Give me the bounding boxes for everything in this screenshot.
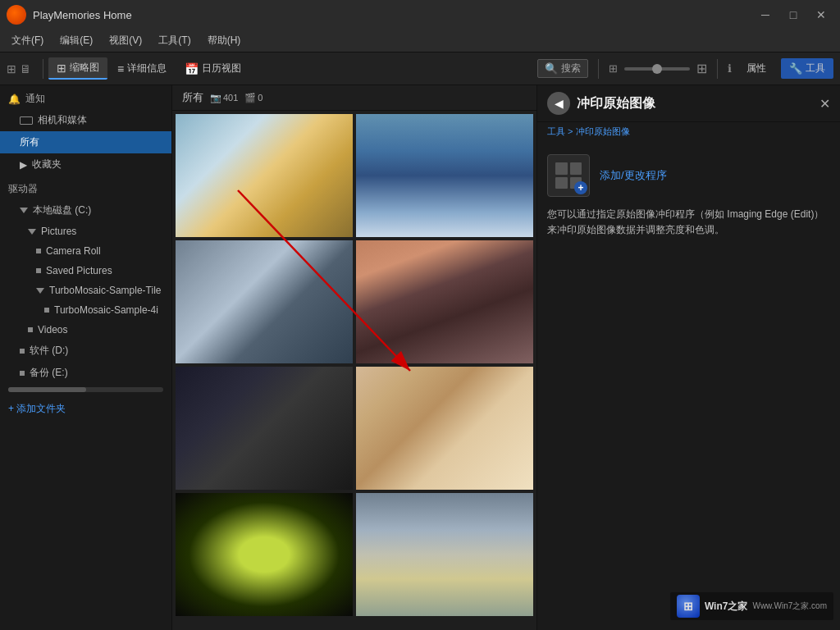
sidebar-item-camera-roll[interactable]: Camera Roll xyxy=(0,241,171,261)
plugin-sq-2 xyxy=(570,162,582,175)
watermark-logo-icon: ⊞ xyxy=(677,595,700,618)
watermark-url: Www.Win7之家.com xyxy=(752,600,827,612)
content-header: 所有 📷 401 🎬 0 xyxy=(172,85,536,111)
calendar-view-button[interactable]: 📅 日历视图 xyxy=(176,58,249,79)
sidebar-item-turbomosaic-folder[interactable]: TurboMosaic-Sample-Tile xyxy=(0,281,171,300)
back-icon: ◀ xyxy=(555,97,564,110)
camera-media-icon xyxy=(20,116,33,125)
thumbnail-view-button[interactable]: ⊞ 缩略图 xyxy=(48,57,107,80)
watermark: ⊞ Win7之家 Www.Win7之家.com xyxy=(670,592,833,620)
breadcrumb-current: 冲印原始图像 xyxy=(576,126,630,136)
toolbar-divider-3 xyxy=(717,59,718,79)
expand-c-icon xyxy=(20,208,28,213)
toolbar-divider-1 xyxy=(43,59,43,79)
photo-cell-4[interactable] xyxy=(356,240,533,363)
saved-pictures-label: Saved Pictures xyxy=(46,265,112,276)
sidebar-item-pictures[interactable]: Pictures xyxy=(0,221,171,241)
close-button[interactable]: ✕ xyxy=(809,3,833,26)
notification-label: 通知 xyxy=(25,92,45,106)
video-count-value: 0 xyxy=(258,93,262,103)
menu-view[interactable]: 视图(V) xyxy=(101,30,150,51)
add-change-program-label[interactable]: 添加/更改程序 xyxy=(600,168,667,183)
search-box[interactable]: 🔍 搜索 xyxy=(537,59,588,78)
photo-cell-1[interactable] xyxy=(176,114,353,237)
slider-thumb xyxy=(652,64,662,74)
photo-cell-5[interactable] xyxy=(176,367,353,490)
menubar: 文件(F) 编辑(E) 视图(V) 工具(T) 帮助(H) xyxy=(0,30,840,52)
turbomosaic-file-label: TurboMosaic-Sample-4i xyxy=(54,304,158,316)
menu-edit[interactable]: 编辑(E) xyxy=(52,30,101,51)
notification-section: 🔔 通知 xyxy=(0,85,171,109)
add-folder-button[interactable]: + 添加文件夹 xyxy=(0,395,171,422)
tools-icon: 🔧 xyxy=(789,62,802,75)
software-d-label: 软件 (D:) xyxy=(30,344,68,358)
watermark-text: Win7之家 xyxy=(705,600,748,614)
sidebar-item-favorites[interactable]: ▶ 收藏夹 xyxy=(0,153,171,176)
tools-button[interactable]: 🔧 工具 xyxy=(781,58,833,79)
thumbnail-label: 缩略图 xyxy=(70,61,99,75)
info-icon: ℹ xyxy=(728,62,732,75)
close-panel-button[interactable]: ✕ xyxy=(819,96,830,112)
maximize-button[interactable]: □ xyxy=(781,3,806,26)
turbomosaic-folder-label: TurboMosaic-Sample-Tile xyxy=(49,285,161,296)
zoom-slider[interactable] xyxy=(624,67,690,71)
photo-count-value: 401 xyxy=(223,93,238,103)
sidebar-item-software-d[interactable]: 软件 (D:) xyxy=(0,340,171,362)
menu-tools[interactable]: 工具(T) xyxy=(150,30,199,51)
toolbar-left: ⊞ 🖥 ⊞ 缩略图 ≡ 详细信息 📅 日历视图 xyxy=(7,57,537,80)
photo-cell-3[interactable] xyxy=(176,240,353,363)
grid-large-icon[interactable]: ⊞ xyxy=(696,61,707,76)
attr-button[interactable]: 属性 xyxy=(738,58,774,79)
plugin-icon-area: + 添加/更改程序 xyxy=(547,154,830,197)
add-folder-label: + 添加文件夹 xyxy=(8,402,66,416)
plugin-sq-3 xyxy=(555,177,568,189)
app-title: PlayMemories Home xyxy=(33,9,753,21)
sidebar-item-local-c[interactable]: 本地磁盘 (C:) xyxy=(0,199,171,221)
photo-grid xyxy=(172,111,536,630)
titlebar: PlayMemories Home ─ □ ✕ xyxy=(0,0,840,30)
saved-pictures-bullet xyxy=(36,268,41,273)
camera-media-label: 相机和媒体 xyxy=(38,113,87,127)
expand-pictures-icon xyxy=(28,229,36,235)
sidebar-item-turbomosaic-file[interactable]: TurboMosaic-Sample-4i xyxy=(0,300,171,320)
monitor-icon[interactable]: 🖥 xyxy=(20,62,31,75)
detail-list-icon: ≡ xyxy=(117,62,124,75)
sidebar-scrollbar[interactable] xyxy=(8,387,163,392)
camera-roll-bullet xyxy=(36,249,41,253)
photo-cell-6[interactable] xyxy=(356,367,533,490)
videos-label: Videos xyxy=(38,324,67,336)
toolbar-divider-2 xyxy=(598,59,599,79)
breadcrumb-root[interactable]: 工具 xyxy=(547,126,565,136)
search-icon: 🔍 xyxy=(545,62,558,75)
app-logo-icon xyxy=(7,5,26,25)
camera-roll-label: Camera Roll xyxy=(46,245,101,257)
sidebar-item-saved-pictures[interactable]: Saved Pictures xyxy=(0,261,171,281)
right-panel: ◀ 冲印原始图像 ✕ 工具 > 冲印原始图像 + xyxy=(536,85,840,630)
photo-cell-8[interactable] xyxy=(356,493,533,616)
sidebar-item-backup-e[interactable]: 备份 (E:) xyxy=(0,362,171,384)
right-panel-body: + 添加/更改程序 您可以通过指定原始图像冲印程序（例如 Imaging Edg… xyxy=(537,144,840,630)
photo-cell-7[interactable] xyxy=(176,493,353,616)
slider-track xyxy=(624,67,690,71)
sidebar-item-videos[interactable]: Videos xyxy=(0,320,171,340)
grid-small-icon[interactable]: ⊞ xyxy=(609,62,618,75)
toolbar-right: 🔍 搜索 ⊞ ⊞ ℹ 属性 🔧 工具 xyxy=(537,58,833,79)
thumbnail-grid-icon: ⊞ xyxy=(57,62,66,75)
favorites-icon: ▶ xyxy=(20,159,27,171)
menu-help[interactable]: 帮助(H) xyxy=(199,30,249,51)
main-toolbar: ⊞ 🖥 ⊞ 缩略图 ≡ 详细信息 📅 日历视图 🔍 搜索 ⊞ ⊞ xyxy=(0,52,840,85)
screen-toggle-icon[interactable]: ⊞ xyxy=(7,62,16,75)
sidebar-item-all[interactable]: 所有 xyxy=(0,131,171,153)
photo-cell-2[interactable] xyxy=(356,114,533,237)
right-panel-title: 冲印原始图像 xyxy=(577,95,813,112)
detail-view-button[interactable]: ≡ 详细信息 xyxy=(109,58,175,79)
menu-file[interactable]: 文件(F) xyxy=(3,30,52,51)
back-button[interactable]: ◀ xyxy=(547,92,570,115)
attr-label: 属性 xyxy=(746,62,766,75)
minimize-button[interactable]: ─ xyxy=(753,3,778,26)
calendar-label: 日历视图 xyxy=(202,62,241,75)
app-frame: 🔔 通知 相机和媒体 所有 ▶ 收藏夹 驱动器 本地磁盘 (C:) Pictur… xyxy=(0,85,840,630)
sidebar-item-camera-media[interactable]: 相机和媒体 xyxy=(0,109,171,131)
backup-e-bullet xyxy=(20,371,25,376)
calendar-icon: 📅 xyxy=(185,62,199,75)
